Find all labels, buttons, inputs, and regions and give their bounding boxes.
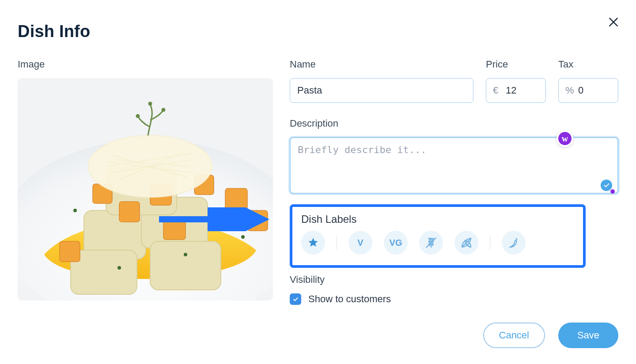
svg-point-22: [73, 209, 77, 212]
label-organic[interactable]: [454, 231, 478, 255]
check-icon: [601, 180, 612, 191]
svg-point-20: [184, 253, 187, 256]
svg-point-18: [149, 102, 151, 105]
label-separator: [337, 235, 337, 250]
svg-point-16: [136, 115, 139, 117]
star-icon: [307, 237, 319, 248]
tax-label: Tax: [558, 59, 618, 70]
visibility-label: Visibility: [290, 274, 618, 285]
leaf-icon: [460, 236, 473, 249]
label-spicy[interactable]: [502, 231, 526, 255]
price-label: Price: [486, 59, 546, 70]
svg-point-21: [241, 235, 245, 239]
svg-point-17: [162, 109, 165, 111]
close-button[interactable]: [606, 15, 621, 30]
w-icon: w: [558, 132, 572, 145]
svg-rect-11: [163, 219, 186, 240]
cancel-button[interactable]: Cancel: [483, 323, 545, 348]
label-vegetarian[interactable]: V: [348, 231, 372, 255]
price-input[interactable]: [486, 78, 546, 103]
v-text-icon: V: [357, 238, 363, 248]
tax-input[interactable]: [558, 78, 618, 103]
extension-badge[interactable]: w: [556, 130, 573, 147]
svg-rect-14: [247, 210, 268, 231]
save-button[interactable]: Save: [558, 323, 618, 348]
svg-rect-9: [119, 202, 140, 222]
label-special[interactable]: [301, 231, 325, 255]
wheat-icon: [424, 236, 438, 249]
svg-rect-5: [150, 241, 221, 290]
close-icon: [608, 16, 619, 28]
dish-image[interactable]: [18, 78, 273, 300]
page-title: Dish Info: [18, 22, 618, 41]
name-input[interactable]: [290, 78, 473, 103]
check-icon: [292, 296, 299, 303]
svg-rect-4: [71, 250, 137, 294]
dish-labels-section: Dish Labels V VG: [290, 204, 586, 268]
image-section-label: Image: [18, 59, 273, 70]
description-label: Description: [290, 118, 618, 129]
name-label: Name: [290, 59, 473, 70]
dish-labels-title: Dish Labels: [301, 213, 574, 225]
label-separator: [490, 235, 490, 250]
chili-icon: [507, 236, 520, 249]
label-vegan[interactable]: VG: [384, 231, 408, 255]
grammar-check-badge[interactable]: [601, 180, 614, 193]
svg-rect-7: [60, 241, 80, 262]
label-gluten-free[interactable]: [419, 231, 443, 255]
vg-text-icon: VG: [390, 238, 402, 248]
notification-dot-icon: [610, 189, 615, 194]
visibility-checkbox-label: Show to customers: [308, 293, 391, 305]
visibility-checkbox[interactable]: [290, 293, 301, 305]
svg-rect-13: [225, 188, 247, 210]
svg-point-19: [117, 266, 121, 270]
